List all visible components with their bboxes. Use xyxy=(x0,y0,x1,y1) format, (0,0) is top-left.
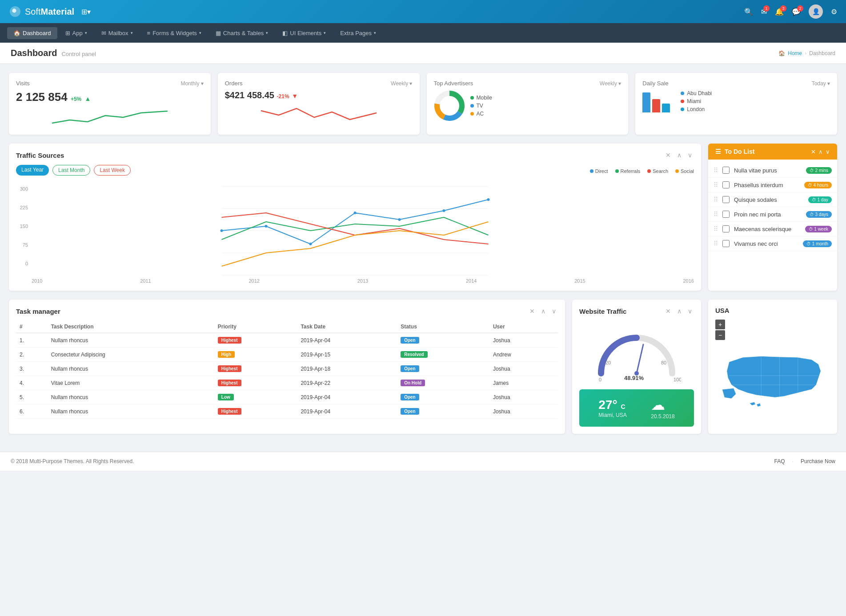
caret-icon: ▾ xyxy=(324,31,326,35)
todo-header: ☰ To Do List ✕ ∧ ∨ xyxy=(708,144,837,160)
drag-icon[interactable]: ⠿ xyxy=(714,196,718,203)
nav-item-mailbox[interactable]: ✉ Mailbox ▾ xyxy=(95,27,139,39)
weather-temp-section: 27° C Miami, USA xyxy=(598,398,626,418)
nav-item-app[interactable]: ⊞ App ▾ xyxy=(59,27,93,39)
chevron-up-icon[interactable]: ∧ xyxy=(675,307,683,316)
website-traffic-column: Website Traffic ✕ ∧ ∨ xyxy=(572,300,701,434)
chart-legend: Direct Referrals Search Social xyxy=(590,168,694,174)
dashboard-icon: 🏠 xyxy=(13,30,20,36)
svg-line-17 xyxy=(637,344,643,373)
todo-close-icon[interactable]: ✕ xyxy=(811,148,816,155)
legend-miami: Miami xyxy=(681,98,712,104)
nav-item-charts[interactable]: ▦ Charts & Tables ▾ xyxy=(209,27,275,39)
todo-item: ⠿ Quisque sodales ⏱ 1 day xyxy=(708,192,837,207)
todo-checkbox[interactable] xyxy=(722,181,730,188)
todo-checkbox[interactable] xyxy=(722,211,730,218)
direct-dot xyxy=(590,169,593,173)
caret-icon: ▾ xyxy=(199,31,201,35)
nav-item-ui[interactable]: ◧ UI Elements ▾ xyxy=(276,27,332,39)
svg-point-11 xyxy=(265,225,268,228)
todo-badge: ⏱ 1 month xyxy=(803,240,832,247)
drag-icon[interactable]: ⠿ xyxy=(714,181,718,188)
drag-icon[interactable]: ⠿ xyxy=(714,167,718,174)
close-icon[interactable]: ✕ xyxy=(664,151,673,160)
task-date: 2019-Apr-22 xyxy=(297,376,397,390)
breadcrumb-bar: Dashboard Control panel 🏠 Home › Dashboa… xyxy=(0,43,846,64)
todo-down-icon[interactable]: ∨ xyxy=(826,148,830,155)
task-user: Joshua xyxy=(489,333,558,348)
task-priority: Low xyxy=(214,390,297,404)
pill-last-year[interactable]: Last Year xyxy=(16,165,49,176)
todo-checkbox[interactable] xyxy=(722,240,730,247)
visits-period[interactable]: Monthly ▾ xyxy=(180,80,203,87)
todo-badge: ⏱ 2 mins xyxy=(806,167,832,174)
daily-sale-period[interactable]: Today ▾ xyxy=(812,80,830,87)
brand-icon xyxy=(9,5,21,18)
task-desc: Nullam rhoncus xyxy=(48,404,214,419)
footer-faq[interactable]: FAQ xyxy=(774,458,785,464)
breadcrumb-current: Dashboard xyxy=(809,50,835,56)
task-priority: Highest xyxy=(214,376,297,390)
breadcrumb-home[interactable]: Home xyxy=(788,50,802,56)
drag-icon[interactable]: ⠿ xyxy=(714,225,718,232)
table-row: 1. Nullam rhoncus Highest 2019-Apr-04 Op… xyxy=(16,333,558,348)
task-priority: Highest xyxy=(214,333,297,348)
grid-icon[interactable]: ⊞▾ xyxy=(81,8,91,16)
nav-item-forms[interactable]: ≡ Forms & Widgets ▾ xyxy=(141,27,208,39)
svg-text:0: 0 xyxy=(599,377,601,382)
mail-icon[interactable]: ✉ 1 xyxy=(761,8,767,16)
svg-point-12 xyxy=(309,243,312,245)
todo-checkbox[interactable] xyxy=(722,167,730,174)
close-icon[interactable]: ✕ xyxy=(528,307,537,316)
close-icon[interactable]: ✕ xyxy=(664,307,673,316)
chevron-down-icon[interactable]: ∨ xyxy=(550,307,558,316)
avatar[interactable]: 👤 xyxy=(809,4,823,19)
legend-search: Search xyxy=(647,168,668,174)
task-num: 6. xyxy=(16,404,48,419)
traffic-controls: ✕ ∧ ∨ xyxy=(664,151,694,160)
nav-item-extra[interactable]: Extra Pages ▾ xyxy=(334,27,382,39)
orders-period[interactable]: Weekly ▾ xyxy=(391,80,412,87)
daily-sale-label: Daily Sale xyxy=(642,80,669,87)
pill-last-week[interactable]: Last Week xyxy=(94,165,130,176)
bell-icon[interactable]: 🔔 3 xyxy=(775,8,784,16)
chevron-down-icon[interactable]: ∨ xyxy=(686,307,694,316)
chevron-up-icon[interactable]: ∧ xyxy=(675,151,683,160)
col-num: # xyxy=(16,321,48,333)
brand-logo[interactable]: SoftMaterial xyxy=(9,5,74,18)
todo-item: ⠿ Nulla vitae purus ⏱ 2 mins xyxy=(708,163,837,178)
drag-icon[interactable]: ⠿ xyxy=(714,211,718,218)
legend-direct: Direct xyxy=(590,168,608,174)
bar-abudhabi xyxy=(642,92,650,112)
todo-checkbox[interactable] xyxy=(722,196,730,203)
website-traffic-header: Website Traffic ✕ ∧ ∨ xyxy=(579,307,694,316)
settings-icon[interactable]: ⚙ xyxy=(831,8,837,16)
svg-text:20: 20 xyxy=(605,360,611,365)
task-manager-title: Task manager xyxy=(16,308,60,315)
todo-checkbox[interactable] xyxy=(722,225,730,232)
task-user: Joshua xyxy=(489,390,558,404)
table-row: 6. Nullam rhoncus Highest 2019-Apr-04 Op… xyxy=(16,404,558,419)
todo-up-icon[interactable]: ∧ xyxy=(818,148,823,155)
advertisers-label: Top Advertisers xyxy=(434,80,473,87)
chevron-up-icon[interactable]: ∧ xyxy=(539,307,547,316)
drag-icon[interactable]: ⠿ xyxy=(714,240,718,247)
chevron-down-icon[interactable]: ∨ xyxy=(686,151,694,160)
task-priority: High xyxy=(214,348,297,362)
pill-last-month[interactable]: Last Month xyxy=(52,165,90,176)
orders-chart xyxy=(225,104,413,124)
map-zoom-in[interactable]: + xyxy=(715,320,725,329)
search-icon[interactable]: 🔍 xyxy=(744,8,753,16)
app-icon: ⊞ xyxy=(65,30,70,36)
caret-icon: ▾ xyxy=(266,31,268,35)
chat-icon[interactable]: 💬 2 xyxy=(792,8,801,16)
table-header-row: # Task Description Priority Task Date St… xyxy=(16,321,558,333)
footer-copyright: © 2018 Multi-Purpose Themes. All Rights … xyxy=(11,458,134,464)
bottom-row: Task manager ✕ ∧ ∨ # Task Description Pr… xyxy=(9,300,837,434)
nav-item-dashboard[interactable]: 🏠 Dashboard xyxy=(7,27,57,39)
svg-point-13 xyxy=(354,212,357,214)
footer-purchase[interactable]: Purchase Now xyxy=(801,458,835,464)
map-zoom-out[interactable]: − xyxy=(715,330,725,340)
advertisers-period[interactable]: Weekly ▾ xyxy=(600,80,621,87)
page-content: Visits Monthly ▾ 2 125 854 +5% ▲ Orders … xyxy=(0,73,846,443)
